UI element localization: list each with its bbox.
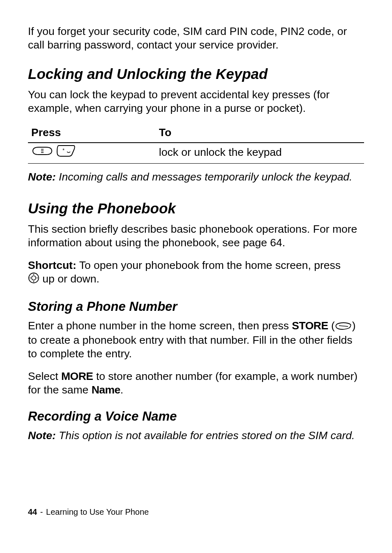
table-header-row: Press To bbox=[28, 125, 364, 143]
page-footer: 44 - Learning to Use Your Phone bbox=[28, 507, 149, 517]
right-soft-key-icon bbox=[335, 320, 352, 333]
svg-point-9 bbox=[37, 278, 37, 278]
footer-separator: - bbox=[38, 507, 45, 516]
storing-p2-end: . bbox=[120, 384, 123, 396]
svg-text:*: * bbox=[62, 147, 65, 153]
manual-page: If you forget your security code, SIM ca… bbox=[0, 0, 392, 553]
more-word: MORE bbox=[61, 370, 93, 382]
table-row: * lock or unlock the keypad bbox=[28, 143, 364, 164]
shortcut-label: Shortcut: bbox=[28, 259, 76, 271]
shortcut-paragraph: Shortcut: To open your phonebook from th… bbox=[28, 259, 364, 287]
page-number: 44 bbox=[28, 507, 37, 516]
table-head-press: Press bbox=[28, 125, 156, 143]
svg-point-7 bbox=[33, 281, 34, 282]
table-cell-action: lock or unlock the keypad bbox=[156, 143, 364, 164]
name-word: Name bbox=[92, 384, 120, 396]
keypad-table: Press To bbox=[28, 125, 364, 164]
footer-chapter: Learning to Use Your Phone bbox=[46, 507, 149, 516]
storing-p2: Select MORE to store another number (for… bbox=[28, 370, 364, 397]
recording-note: Note: This option is not available for e… bbox=[28, 429, 364, 442]
table-cell-keys: * bbox=[28, 143, 156, 164]
intro-paragraph: If you forget your security code, SIM ca… bbox=[28, 25, 364, 52]
svg-point-6 bbox=[33, 274, 34, 275]
subsection-title-storing: Storing a Phone Number bbox=[28, 299, 364, 314]
note-label: Note: bbox=[28, 171, 56, 183]
phonebook-body: This section briefly describes basic pho… bbox=[28, 222, 364, 250]
locking-note: Note: Incoming calls and messages tempor… bbox=[28, 170, 364, 184]
section-title-locking: Locking and Unlocking the Keypad bbox=[28, 66, 364, 82]
storing-p1-pre: Enter a phone number in the home screen,… bbox=[28, 319, 292, 332]
note-body-2: This option is not available for entries… bbox=[56, 429, 355, 442]
shortcut-pre: To open your phonebook from the home scr… bbox=[76, 259, 341, 271]
svg-line-10 bbox=[339, 326, 348, 326]
section-title-phonebook: Using the Phonebook bbox=[28, 200, 364, 217]
table-head-to: To bbox=[156, 125, 364, 143]
note-body: Incoming calls and messages temporarily … bbox=[56, 171, 353, 183]
storing-p1: Enter a phone number in the home screen,… bbox=[28, 319, 364, 361]
nav-key-icon bbox=[28, 272, 39, 287]
star-key-icon: * bbox=[56, 145, 76, 160]
menu-key-icon bbox=[31, 146, 53, 159]
storing-p2-pre: Select bbox=[28, 370, 61, 382]
svg-point-8 bbox=[30, 278, 30, 278]
store-word: STORE bbox=[292, 319, 328, 332]
storing-p1-open: ( bbox=[328, 319, 335, 332]
note-label-2: Note: bbox=[28, 429, 56, 442]
shortcut-post: up or down. bbox=[39, 273, 99, 285]
subsection-title-recording: Recording a Voice Name bbox=[28, 409, 364, 424]
locking-body: You can lock the keypad to prevent accid… bbox=[28, 88, 364, 115]
svg-point-5 bbox=[32, 276, 36, 280]
